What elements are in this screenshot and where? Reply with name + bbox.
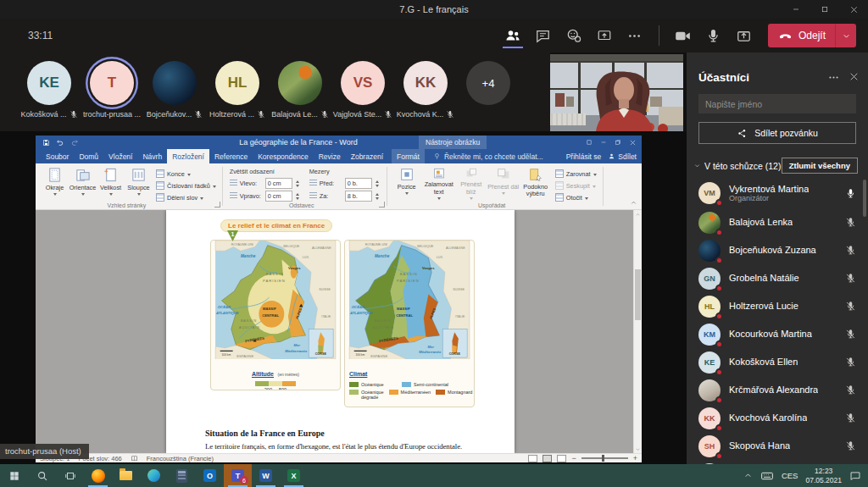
- tab-navrh[interactable]: Návrh: [137, 149, 167, 163]
- taskbar-firefox[interactable]: [84, 464, 112, 487]
- read-mode-button[interactable]: [528, 455, 537, 462]
- mute-all-button[interactable]: Ztlumit všechny: [782, 158, 858, 174]
- section-chevron-icon[interactable]: [693, 162, 701, 169]
- panel-more-button[interactable]: [827, 71, 840, 84]
- participant-row[interactable]: SH Skopová Hana: [687, 432, 868, 460]
- participants-button[interactable]: [499, 22, 526, 49]
- taskbar-search-button[interactable]: [28, 464, 56, 487]
- more-actions-button[interactable]: [621, 22, 648, 49]
- tab-format[interactable]: Formát: [392, 149, 425, 163]
- rotate-button[interactable]: Otočit: [555, 193, 597, 202]
- space-after-input[interactable]: 8 b.: [345, 191, 372, 202]
- camera-button[interactable]: [670, 22, 697, 49]
- save-icon[interactable]: [42, 139, 50, 147]
- zoom-in-button[interactable]: +: [633, 455, 637, 462]
- panel-close-button[interactable]: [849, 71, 860, 84]
- search-input[interactable]: [698, 94, 856, 113]
- tab-zobrazeni[interactable]: Zobrazení: [346, 149, 388, 163]
- dialog-launcher[interactable]: [379, 202, 385, 208]
- tab-rozlozeni[interactable]: Rozložení: [167, 149, 209, 163]
- zoom-slider[interactable]: [581, 457, 628, 459]
- participant-row[interactable]: KM Kocourková Martina: [687, 320, 868, 348]
- task-view-button[interactable]: [56, 464, 84, 487]
- taskbar-word[interactable]: W: [252, 464, 280, 487]
- line-numbers-button[interactable]: Číslování řádků: [156, 181, 216, 190]
- document-scrollbar[interactable]: [633, 210, 642, 453]
- zoom-out-button[interactable]: −: [571, 455, 576, 462]
- leave-options-button[interactable]: [836, 24, 856, 47]
- taskbar-explorer[interactable]: [112, 464, 140, 487]
- tab-revize[interactable]: Revize: [314, 149, 346, 163]
- selection-pane-button[interactable]: Podokno výběru: [520, 165, 552, 200]
- web-layout-button[interactable]: [557, 455, 566, 462]
- hyphenation-button[interactable]: Dělení slov: [156, 193, 216, 202]
- roster-participant[interactable]: KE Kokošková ...: [20, 61, 78, 119]
- zoom-slider-thumb[interactable]: [602, 455, 604, 462]
- roster-overflow[interactable]: +4: [459, 61, 517, 119]
- scrollbar-thumb[interactable]: [635, 269, 641, 320]
- word-restore-button[interactable]: [615, 139, 621, 147]
- space-before-input[interactable]: 0 b.: [345, 178, 372, 189]
- participant-row[interactable]: VM Vykrentová MartinaOrganizátor: [687, 178, 868, 208]
- close-button[interactable]: [839, 0, 868, 19]
- mic-button[interactable]: [700, 22, 727, 49]
- status-language[interactable]: Francouzština (Francie): [147, 455, 214, 462]
- indent-left-input[interactable]: 0 cm: [265, 178, 292, 189]
- stepper[interactable]: [296, 180, 299, 187]
- position-button[interactable]: Pozice: [391, 165, 423, 200]
- chat-button[interactable]: [530, 22, 557, 49]
- document-page[interactable]: Le relief et le climat en France 1: [166, 210, 515, 453]
- dialog-launcher[interactable]: [214, 202, 220, 208]
- proofing-icon[interactable]: [131, 455, 138, 462]
- mic-off-icon[interactable]: [845, 217, 856, 228]
- mic-off-icon[interactable]: [845, 440, 856, 451]
- print-layout-button[interactable]: [542, 455, 552, 462]
- mic-off-icon[interactable]: [845, 301, 856, 312]
- mic-off-icon[interactable]: [845, 273, 856, 284]
- wrap-text-button[interactable]: Zalamovat text: [423, 165, 455, 200]
- breaks-button[interactable]: Konce: [156, 169, 216, 178]
- word-share-button[interactable]: Sdílet: [608, 152, 637, 161]
- share-invite-button[interactable]: Sdílet pozvánku: [698, 122, 856, 144]
- sign-in-link[interactable]: Přihlásit se: [566, 152, 602, 161]
- self-video[interactable]: [550, 54, 683, 131]
- participant-row[interactable]: Bojceňuková Zuzana: [687, 236, 868, 264]
- collapse-ribbon-button[interactable]: [630, 199, 637, 207]
- minimize-button[interactable]: [782, 0, 810, 19]
- taskbar-teams[interactable]: T 6: [224, 464, 252, 487]
- maximize-button[interactable]: [810, 0, 839, 19]
- start-button[interactable]: [0, 464, 28, 487]
- stepper[interactable]: [376, 193, 379, 200]
- word-minimize-button[interactable]: [600, 139, 607, 147]
- taskbar-edge[interactable]: [140, 464, 168, 487]
- align-button[interactable]: Zarovnat: [555, 169, 597, 178]
- roster-participant[interactable]: KK Kvochová K...: [397, 61, 454, 119]
- tell-me-box[interactable]: Řekněte mi, co chcete udělat...: [433, 152, 543, 161]
- send-backward-button[interactable]: Přenést dál: [487, 165, 520, 200]
- group-button[interactable]: Seskupit: [555, 181, 597, 190]
- scroll-down-arrow[interactable]: [634, 445, 642, 453]
- panel-scrollbar-thumb[interactable]: [863, 180, 866, 217]
- mic-on-icon[interactable]: [845, 188, 856, 199]
- size-button[interactable]: Velikost: [97, 165, 125, 200]
- tab-domu[interactable]: Domů: [74, 149, 103, 163]
- tray-show-hidden-button[interactable]: [743, 471, 753, 480]
- ribbon-options-button[interactable]: [586, 139, 593, 147]
- leave-button[interactable]: Odejít: [768, 24, 856, 47]
- participant-row[interactable]: KE Kokošková Ellen: [687, 348, 868, 376]
- stepper[interactable]: [376, 180, 379, 187]
- taskbar-outlook[interactable]: O: [196, 464, 224, 487]
- mic-off-icon[interactable]: [845, 329, 856, 340]
- indent-right-input[interactable]: 0 cm: [265, 191, 292, 202]
- mic-off-icon[interactable]: [845, 357, 856, 368]
- roster-participant[interactable]: Bojceňukov...: [146, 61, 203, 119]
- tab-soubor[interactable]: Soubor: [41, 149, 74, 163]
- mic-off-icon[interactable]: [845, 385, 856, 396]
- participant-row[interactable]: GN Grobelná Natálie: [687, 264, 868, 292]
- undo-icon[interactable]: [56, 138, 64, 147]
- scroll-up-arrow[interactable]: [634, 210, 642, 219]
- mic-off-icon[interactable]: [845, 412, 856, 423]
- bring-forward-button[interactable]: Přenést blíž: [455, 165, 487, 200]
- tray-keyboard-button[interactable]: [760, 469, 774, 483]
- participant-row[interactable]: KK Kvochová Karolína: [687, 404, 868, 432]
